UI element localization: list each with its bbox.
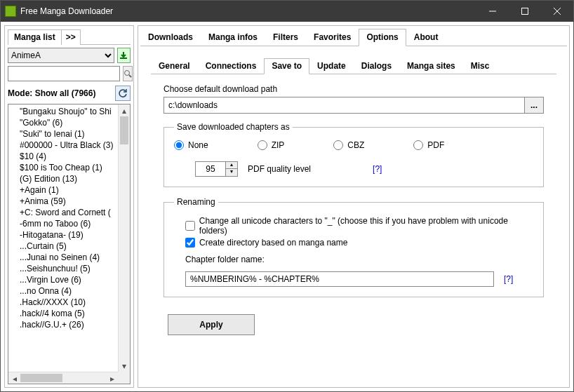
minimize-button[interactable] (476, 1, 509, 22)
createdir-checkbox-row[interactable]: Create directory based on manga name (185, 238, 533, 248)
saveas-zip[interactable]: ZIP (258, 140, 285, 150)
pdf-quality-spinner[interactable]: ▴▾ (195, 161, 238, 177)
list-item[interactable]: "Suki" to Ienai (1) (11, 128, 115, 140)
subtab-connections[interactable]: Connections (198, 58, 265, 74)
list-item[interactable]: ...Curtain (5) (11, 241, 115, 252)
pdf-quality-label: PDF quality level (248, 164, 311, 174)
list-item[interactable]: $10 (4) (11, 151, 115, 162)
tab-about[interactable]: About (406, 29, 446, 46)
tab-options[interactable]: Options (359, 29, 406, 46)
list-item[interactable]: ...Seishunchuu! (5) (11, 263, 115, 274)
mode-label: Mode: Show all (7966) (8, 88, 95, 98)
renaming-legend: Renaming (174, 197, 218, 207)
vertical-scrollbar[interactable]: ▴▾ (118, 104, 130, 372)
tab-favorites[interactable]: Favorites (306, 29, 359, 46)
svg-rect-1 (522, 8, 528, 15)
subtab-update[interactable]: Update (309, 58, 354, 74)
subtab-dialogs[interactable]: Dialogs (354, 58, 399, 74)
list-item[interactable]: (G) Edition (13) (11, 173, 115, 184)
search-input[interactable] (8, 66, 120, 81)
list-item[interactable]: "Gokko" (6) (11, 117, 115, 128)
unicode-checkbox[interactable] (185, 221, 195, 231)
list-item[interactable]: #000000 - Ultra Black (3) (11, 140, 115, 151)
saveas-radio-cbz[interactable] (333, 140, 343, 150)
apply-button[interactable]: Apply (168, 314, 255, 335)
list-item[interactable]: ...no Onna (4) (11, 285, 115, 297)
saveas-pdf[interactable]: PDF (413, 140, 444, 150)
svg-line-5 (129, 75, 131, 77)
tab-downloads[interactable]: Downloads (140, 29, 201, 46)
chapter-help-link[interactable]: [?] (504, 274, 513, 284)
app-icon (5, 6, 16, 17)
pdf-help-link[interactable]: [?] (373, 164, 382, 174)
renaming-group: Renaming Change all unicode characters t… (163, 197, 544, 297)
refresh-button[interactable] (115, 86, 131, 101)
list-item[interactable]: .Hack//XXXX (10) (11, 297, 115, 308)
manga-list-overflow-tab[interactable]: >> (62, 29, 81, 45)
window-title: Free Manga Downloader (20, 6, 476, 16)
manga-list[interactable]: "Bungaku Shoujo" to Shi"Gokko" (6)"Suki"… (8, 104, 131, 384)
chapter-folder-input[interactable] (185, 271, 494, 287)
horizontal-scrollbar[interactable]: ◂▸ (8, 372, 118, 384)
browse-button[interactable]: ... (524, 97, 544, 114)
save-as-group: Save downloaded chapters as NoneZIPCBZPD… (163, 122, 544, 187)
download-path-label: Choose default download path (163, 84, 544, 94)
list-item[interactable]: "Bungaku Shoujo" to Shi (11, 106, 115, 117)
manga-list-tab[interactable]: Manga list (8, 29, 62, 45)
tab-filters[interactable]: Filters (265, 29, 306, 46)
saveas-radio-pdf[interactable] (413, 140, 423, 150)
subtab-manga-sites[interactable]: Manga sites (399, 58, 463, 74)
subtab-misc[interactable]: Misc (463, 58, 498, 74)
save-as-legend: Save downloaded chapters as (174, 122, 293, 132)
left-panel: Manga list >> AnimeA Mode: Show all (796… (4, 25, 134, 388)
list-item[interactable]: .hack//G.U.+ (26) (11, 319, 115, 330)
saveas-radio-zip[interactable] (258, 140, 267, 150)
download-path-input[interactable] (163, 97, 524, 114)
spinner-down[interactable]: ▾ (226, 169, 237, 176)
svg-point-4 (125, 71, 130, 76)
saveas-none[interactable]: None (174, 140, 208, 150)
close-button[interactable] (541, 1, 573, 22)
subtab-save-to[interactable]: Save to (264, 58, 309, 74)
list-item[interactable]: $100 is Too Cheap (1) (11, 162, 115, 173)
pdf-quality-input[interactable] (195, 161, 226, 177)
list-item[interactable]: ...Virgin Love (6) (11, 274, 115, 285)
unicode-checkbox-row[interactable]: Change all unicode characters to "_" (ch… (185, 216, 533, 236)
list-item[interactable]: +Anima (59) (11, 196, 115, 207)
chapter-folder-label: Chapter folder name: (185, 255, 533, 264)
right-panel: DownloadsManga infosFiltersFavoritesOpti… (138, 25, 570, 388)
list-item[interactable]: +Again (1) (11, 184, 115, 196)
createdir-checkbox[interactable] (185, 238, 195, 248)
saveas-cbz[interactable]: CBZ (333, 140, 364, 150)
list-item[interactable]: -Hitogatana- (19) (11, 229, 115, 241)
search-button[interactable] (123, 66, 133, 81)
maximize-button[interactable] (509, 1, 541, 22)
saveas-radio-none[interactable] (174, 140, 184, 150)
list-item[interactable]: +C: Sword and Cornett ( (11, 207, 115, 218)
list-item[interactable]: .hack//4 koma (5) (11, 308, 115, 319)
list-item[interactable]: ...Junai no Seinen (4) (11, 252, 115, 263)
list-item[interactable]: -6mm no Taboo (6) (11, 218, 115, 229)
subtab-general[interactable]: General (151, 58, 198, 74)
source-select[interactable]: AnimeA (8, 48, 114, 63)
tab-manga-infos[interactable]: Manga infos (201, 29, 265, 46)
download-source-button[interactable] (117, 48, 131, 63)
